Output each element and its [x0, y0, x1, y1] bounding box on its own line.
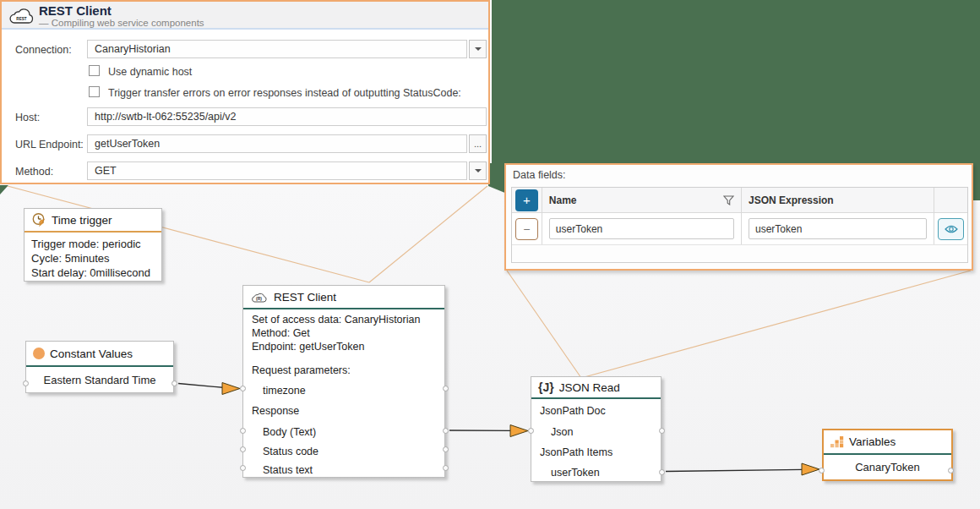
port[interactable] — [659, 469, 665, 475]
port[interactable] — [819, 468, 825, 473]
preview-button[interactable] — [938, 218, 964, 240]
port[interactable] — [23, 380, 29, 386]
use-dynamic-host-checkbox[interactable] — [89, 65, 100, 76]
table-row: − userToken userToken — [512, 213, 967, 245]
rest-client-config-panel: REST REST Client — Compiling web service… — [0, 0, 490, 184]
column-header-name: Name — [549, 194, 723, 206]
node-rest-client[interactable]: (R) REST Client Set of access data: Cana… — [242, 285, 445, 478]
node-output-row: Status text — [252, 463, 436, 477]
data-fields-label: Data fields: — [513, 169, 566, 181]
node-property: Method: Get — [252, 326, 436, 340]
node-input-row: Json — [540, 425, 652, 439]
trigger-errors-checkbox[interactable] — [89, 86, 100, 97]
node-title: REST Client — [274, 291, 336, 304]
data-fields-table: + Name JSON Expression − userT — [511, 187, 968, 263]
node-property: Set of access data: CanaryHistorian — [252, 313, 436, 326]
node-title: Variables — [849, 435, 896, 448]
method-label: Method: — [15, 166, 53, 178]
wire-constant-to-rest[interactable] — [178, 383, 240, 395]
clock-icon — [31, 212, 46, 227]
host-label: Host: — [15, 112, 40, 123]
node-title: Time trigger — [52, 214, 112, 227]
add-row-button[interactable]: + — [515, 189, 538, 211]
panel-header: REST REST Client — Compiling web service… — [2, 2, 488, 30]
node-output-row: userToken — [540, 466, 652, 479]
use-dynamic-host-label: Use dynamic host — [108, 66, 192, 78]
rest-icon-text: REST — [16, 17, 26, 21]
column-header-expression: JSON Expression — [749, 194, 927, 206]
node-constant-values[interactable]: Constant Values Eastern Standard Time — [25, 341, 174, 393]
port[interactable] — [240, 428, 246, 434]
node-property: Cycle: 5minutes — [31, 251, 155, 265]
svg-text:(R): (R) — [256, 295, 262, 300]
json-read-icon: {J} — [538, 380, 554, 394]
node-json-read[interactable]: {J} JSON Read JsonPath Doc Json JsonPath… — [531, 376, 662, 482]
node-property: Start delay: 0millisecond — [31, 265, 155, 280]
remove-row-button[interactable]: − — [515, 218, 538, 240]
rest-cloud-icon: (R) — [250, 291, 269, 304]
method-select[interactable]: GET — [87, 161, 467, 180]
port[interactable] — [240, 446, 246, 452]
chevron-down-icon — [475, 47, 482, 51]
constant-values-icon — [33, 348, 45, 359]
url-endpoint-input[interactable]: getUserToken — [87, 134, 467, 153]
port[interactable] — [659, 428, 665, 434]
variables-blocks-icon — [830, 435, 844, 448]
node-section-label: Response — [252, 404, 436, 418]
wire-rest-to-json[interactable] — [449, 425, 528, 437]
node-time-trigger[interactable]: Time trigger Trigger mode: periodic Cycl… — [24, 208, 162, 282]
node-section-label: Request parameters: — [252, 364, 436, 377]
field-name-input[interactable]: userToken — [549, 218, 734, 239]
node-output-row: Status code — [252, 445, 436, 458]
port[interactable] — [443, 386, 449, 391]
json-expression-input[interactable]: userToken — [749, 218, 927, 239]
host-input[interactable]: http://swtb-lt-062:55235/api/v2 — [87, 107, 487, 126]
node-property: Trigger mode: periodic — [31, 237, 155, 251]
flow-editor-canvas: Time trigger Trigger mode: periodic Cycl… — [0, 0, 980, 509]
port[interactable] — [240, 465, 246, 471]
node-output-row: Body (Text) — [252, 425, 436, 439]
table-empty-row — [512, 245, 967, 262]
node-property: Endpoint: getUserToken — [252, 340, 436, 353]
node-title: Constant Values — [50, 348, 133, 360]
node-output-row: Eastern Standard Time — [26, 367, 173, 392]
rest-cloud-icon: REST — [8, 6, 36, 26]
port[interactable] — [948, 468, 954, 473]
method-dropdown-button[interactable] — [469, 161, 487, 180]
port[interactable] — [240, 386, 246, 391]
port[interactable] — [443, 428, 449, 434]
connection-dropdown-button[interactable] — [469, 40, 487, 58]
wire-json-to-variables[interactable] — [666, 463, 819, 475]
connection-select[interactable]: CanaryHistorian — [87, 40, 467, 58]
chevron-down-icon — [475, 169, 482, 172]
node-section-label: JsonPath Items — [540, 446, 652, 459]
filter-funnel-icon[interactable] — [723, 195, 734, 205]
node-variables[interactable]: Variables CanaryToken — [822, 429, 953, 481]
port[interactable] — [528, 428, 534, 434]
url-endpoint-label: URL Endpoint: — [15, 139, 84, 151]
url-endpoint-browse-button[interactable]: ... — [469, 134, 487, 153]
port[interactable] — [172, 380, 177, 386]
port[interactable] — [443, 446, 449, 452]
node-input-row: CanaryToken — [824, 455, 951, 479]
port[interactable] — [443, 465, 449, 471]
node-title: JSON Read — [559, 381, 620, 394]
panel-title: REST Client — [39, 3, 112, 18]
data-fields-panel: Data fields: + Name JSON Expression — [504, 163, 973, 271]
node-input-row: timezone — [252, 384, 436, 397]
node-section-label: JsonPath Doc — [540, 404, 652, 418]
trigger-errors-label: Trigger transfer errors on error respons… — [108, 87, 461, 99]
table-header-row: + Name JSON Expression — [512, 188, 967, 213]
connection-label: Connection: — [15, 44, 72, 56]
eye-icon — [945, 224, 958, 234]
panel-subtitle: — Compiling web service components — [39, 18, 204, 28]
